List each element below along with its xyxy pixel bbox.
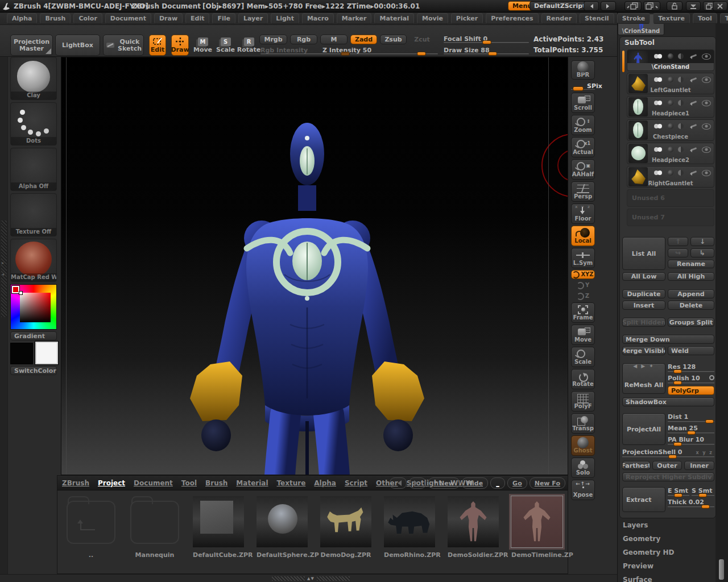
right-shelf-button[interactable]: Transp bbox=[571, 413, 595, 434]
subtool-row[interactable]: \CrionStand bbox=[627, 49, 714, 71]
visibility-eye-icon[interactable] bbox=[702, 53, 711, 60]
lightbox-file[interactable]: DemoDog.ZPR bbox=[320, 496, 371, 559]
projection-master-button[interactable]: Projection Master bbox=[10, 35, 53, 56]
shading-circle-icon[interactable] bbox=[668, 123, 673, 129]
reproject-button[interactable]: Reproject Higher Subdiv bbox=[622, 472, 714, 481]
polypaint-pair-icon[interactable] bbox=[654, 123, 663, 129]
mrgb-button[interactable]: Mrgb bbox=[259, 35, 287, 44]
menu-item[interactable]: Texture bbox=[653, 13, 690, 24]
right-shelf-button[interactable]: Solo bbox=[571, 458, 595, 478]
pa-blur-slider[interactable]: PA Blur 10 bbox=[668, 436, 714, 446]
focal-shift-handle[interactable] bbox=[482, 40, 491, 44]
rename-button[interactable]: Rename bbox=[668, 260, 714, 268]
right-shelf-button[interactable]: SPix bbox=[571, 81, 595, 91]
scrub-forward-button[interactable] bbox=[601, 1, 616, 11]
right-shelf-button[interactable]: Scroll bbox=[571, 93, 595, 113]
pa-blur-handle[interactable] bbox=[673, 442, 682, 446]
thick-handle[interactable] bbox=[701, 505, 710, 509]
default-zscript-button[interactable]: DefaultZScript bbox=[530, 1, 590, 11]
res-handle[interactable] bbox=[673, 369, 682, 373]
saturation-marker[interactable] bbox=[19, 291, 23, 295]
gradient-button[interactable]: Gradient bbox=[10, 331, 57, 340]
subtool-row[interactable]: Unused 6 bbox=[627, 189, 714, 207]
weld-button[interactable]: Weld bbox=[668, 346, 714, 355]
right-shelf-button[interactable]: BPR bbox=[571, 60, 595, 80]
menu-item[interactable]: Stroke bbox=[617, 13, 651, 24]
right-shelf-button[interactable]: Persp bbox=[571, 181, 595, 202]
menu-item[interactable]: Alpha bbox=[7, 13, 37, 24]
projection-shell-handle[interactable] bbox=[668, 455, 677, 459]
secondary-color-swatch[interactable] bbox=[35, 342, 58, 364]
all-low-button[interactable]: All Low bbox=[622, 272, 665, 281]
subtool-row[interactable]: Headpiece1 bbox=[627, 96, 714, 118]
right-shelf-button[interactable]: L.Sym bbox=[571, 248, 595, 268]
switch-color-button[interactable]: SwitchColor bbox=[10, 366, 57, 375]
shelf-swatch[interactable]: Alpha Off bbox=[10, 148, 57, 191]
m-button[interactable]: M bbox=[320, 35, 348, 44]
lightbox-file[interactable]: DemoRhino.ZPR bbox=[384, 496, 435, 559]
right-shelf-button[interactable]: Ghost bbox=[571, 435, 595, 456]
dist-slider[interactable]: Dist 1 bbox=[668, 413, 714, 423]
dist-handle[interactable] bbox=[705, 419, 714, 423]
list-all-button[interactable]: List All bbox=[622, 237, 665, 270]
saturation-square[interactable] bbox=[20, 293, 51, 322]
s-smt-handle[interactable] bbox=[698, 493, 707, 497]
file-thumbnail[interactable] bbox=[129, 496, 180, 547]
shelf-swatch[interactable]: Dots bbox=[10, 102, 57, 146]
edit-button[interactable]: Edit bbox=[149, 35, 166, 56]
focal-shift-slider[interactable]: Focal Shift 0 bbox=[444, 35, 529, 44]
lightbox-tab[interactable]: Material bbox=[236, 479, 268, 487]
subtool-enter-button[interactable]: ↳ bbox=[690, 248, 714, 257]
right-shelf-button[interactable]: Local bbox=[571, 226, 595, 246]
append-button[interactable]: Append bbox=[668, 289, 714, 298]
new-folder-button[interactable]: New Fo bbox=[530, 477, 565, 489]
shelf-swatch[interactable]: Texture Off bbox=[10, 193, 57, 236]
document-canvas[interactable] bbox=[61, 57, 568, 475]
quick-sketch-button[interactable]: Quick Sketch bbox=[103, 35, 144, 56]
right-shelf-button[interactable]: Z bbox=[571, 292, 595, 301]
outer-button[interactable]: Outer bbox=[652, 461, 682, 470]
section-header[interactable]: Layers bbox=[619, 518, 716, 532]
section-header[interactable]: Preview bbox=[619, 559, 716, 573]
draw-size-handle[interactable] bbox=[488, 52, 497, 56]
right-shelf-button[interactable]: ▣ AAHalf bbox=[571, 159, 595, 180]
groups-split-button[interactable]: Groups Split bbox=[668, 318, 714, 327]
lightbox-tab[interactable]: Brush bbox=[205, 479, 228, 487]
shading-circle-icon[interactable] bbox=[668, 53, 673, 59]
rgb-button[interactable]: Rgb bbox=[290, 35, 317, 44]
paint-brush-icon[interactable] bbox=[688, 99, 697, 106]
draw-size-slider[interactable]: Draw Size 88 bbox=[444, 47, 529, 56]
zcut-button[interactable]: Zcut bbox=[410, 35, 435, 44]
merge-down-button[interactable]: Merge Down bbox=[622, 335, 714, 344]
lightbox-file[interactable]: DefaultCube.ZPR bbox=[193, 496, 244, 559]
shading-circle-icon[interactable] bbox=[668, 147, 673, 152]
right-shelf-button[interactable]: x y z Floor bbox=[571, 203, 595, 224]
menu-item[interactable]: Light bbox=[271, 13, 299, 24]
file-thumbnail[interactable] bbox=[320, 496, 371, 547]
extract-button[interactable]: Extract bbox=[622, 487, 665, 512]
next-document-button[interactable] bbox=[643, 1, 660, 11]
lightbox-file[interactable]: Mannequin bbox=[129, 496, 180, 559]
shelf-swatch[interactable]: Clay bbox=[10, 57, 57, 100]
menu-item[interactable]: Material bbox=[374, 13, 413, 24]
delete-button[interactable]: Delete bbox=[668, 301, 714, 310]
right-shelf-button[interactable]: x1 Actual bbox=[571, 137, 595, 157]
halftone-circle-icon[interactable] bbox=[678, 77, 684, 82]
menu-item[interactable]: Macro bbox=[302, 13, 334, 24]
zadd-button[interactable]: Zadd bbox=[350, 35, 377, 44]
lightbox-file[interactable]: DefaultSphere.ZP bbox=[257, 496, 308, 559]
paint-brush-icon[interactable] bbox=[688, 146, 697, 153]
lock-button[interactable] bbox=[667, 1, 682, 11]
menu-item[interactable]: Marker bbox=[337, 13, 372, 24]
hide-button[interactable]: Hide bbox=[462, 477, 488, 489]
s-smt-slider[interactable]: S Smt bbox=[692, 487, 714, 497]
color-picker[interactable] bbox=[10, 284, 57, 330]
e-smt-slider[interactable]: E Smt bbox=[668, 487, 689, 497]
halftone-circle-icon[interactable] bbox=[678, 170, 684, 176]
right-shelf-button[interactable]: Y bbox=[571, 281, 595, 290]
shading-circle-icon[interactable] bbox=[668, 170, 673, 176]
lightbox-tab[interactable]: Script bbox=[345, 479, 367, 487]
lightbox-tab[interactable]: Alpha bbox=[314, 479, 336, 487]
subtool-redo-button[interactable]: ↪ bbox=[668, 248, 688, 257]
menu-item[interactable]: Movie bbox=[417, 13, 448, 24]
